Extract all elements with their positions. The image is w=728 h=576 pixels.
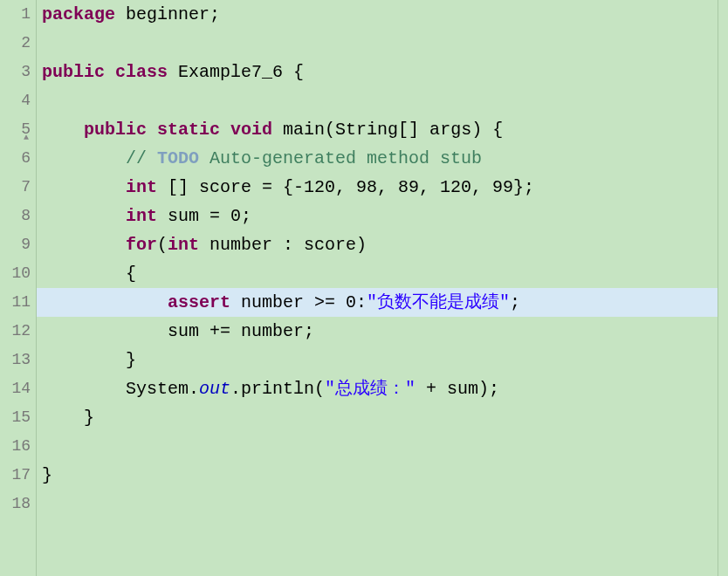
code-line[interactable]: int sum = 0; — [37, 202, 718, 230]
line-number: 15 — [0, 403, 31, 432]
line-number: 8 — [0, 202, 31, 230]
string-literal: "负数不能是成绩" — [367, 292, 510, 312]
code-text: + sum); — [416, 379, 499, 399]
line-number: 18 — [0, 490, 31, 518]
keyword-public: public — [84, 120, 147, 140]
code-line[interactable]: sum += number; — [37, 317, 718, 346]
code-text: sum += number; — [42, 321, 314, 341]
code-text: } — [42, 465, 52, 485]
code-line[interactable]: // TODO Auto-generated method stub — [37, 144, 718, 173]
code-line[interactable] — [37, 490, 718, 518]
line-number: 7 — [0, 173, 31, 202]
keyword-for: for — [126, 235, 157, 255]
line-number: 3 — [0, 58, 31, 86]
code-line[interactable]: System.out.println("总成绩：" + sum); — [37, 374, 718, 403]
line-number: 16 — [0, 432, 31, 461]
code-text: .println( — [230, 379, 325, 399]
code-text: [] score = {-120, 98, 89, 120, 99}; — [157, 177, 534, 197]
string-literal: "总成绩：" — [325, 379, 416, 399]
code-text: { — [42, 264, 136, 284]
code-text: ; — [510, 292, 520, 312]
code-editor[interactable]: package beginner; public class Example7_… — [37, 0, 718, 576]
comment-text: // — [42, 148, 157, 168]
code-text: number : score) — [199, 235, 367, 255]
code-line[interactable]: int [] score = {-120, 98, 89, 120, 99}; — [37, 173, 718, 202]
code-line[interactable] — [37, 86, 718, 115]
line-number: 6 — [0, 144, 31, 173]
keyword-public: public — [42, 62, 105, 82]
code-line[interactable]: package beginner; — [37, 0, 718, 29]
todo-tag: TODO — [157, 148, 199, 168]
line-number: 14 — [0, 374, 31, 403]
code-line-current[interactable]: assert number >= 0:"负数不能是成绩"; — [37, 288, 718, 317]
line-number: 2 — [0, 29, 31, 58]
keyword-class: class — [115, 62, 168, 82]
code-text: beginner; — [115, 4, 220, 24]
keyword-int: int — [126, 206, 157, 226]
field-out: out — [199, 379, 230, 399]
keyword-int: int — [168, 235, 199, 255]
line-number: 13 — [0, 346, 31, 374]
line-number: 5 ▲ — [0, 115, 31, 144]
code-text: main(String[] args) { — [272, 120, 503, 140]
keyword-assert: assert — [168, 292, 230, 312]
code-line[interactable]: } — [37, 346, 718, 374]
code-line[interactable]: public class Example7_6 { — [37, 58, 718, 86]
code-text: } — [42, 408, 94, 428]
line-number: 10 — [0, 259, 31, 288]
comment-text: Auto-generated method stub — [199, 148, 482, 168]
line-number-gutter: 1 2 3 4 5 ▲ 6 7 8 9 10 11 12 13 14 15 16… — [0, 0, 37, 576]
keyword-package: package — [42, 4, 115, 24]
code-text: Example7_6 { — [168, 62, 304, 82]
line-number: 9 — [0, 230, 31, 259]
keyword-void: void — [230, 120, 272, 140]
code-line[interactable]: for(int number : score) — [37, 230, 718, 259]
line-number: 1 — [0, 0, 31, 29]
line-number: 12 — [0, 317, 31, 346]
code-line[interactable]: public static void main(String[] args) { — [37, 115, 718, 144]
line-number: 4 — [0, 86, 31, 115]
code-line[interactable]: } — [37, 403, 718, 432]
code-line[interactable] — [37, 432, 718, 461]
code-line[interactable]: } — [37, 461, 718, 490]
code-text: } — [42, 350, 136, 370]
overview-ruler[interactable] — [718, 0, 728, 576]
line-number: 17 — [0, 461, 31, 490]
code-text: System. — [42, 379, 199, 399]
line-number: 11 — [0, 288, 31, 317]
code-line[interactable] — [37, 29, 718, 58]
code-text: sum = 0; — [157, 206, 251, 226]
keyword-int: int — [126, 177, 157, 197]
code-line[interactable]: { — [37, 259, 718, 288]
code-text: number >= 0: — [230, 292, 367, 312]
keyword-static: static — [157, 120, 220, 140]
